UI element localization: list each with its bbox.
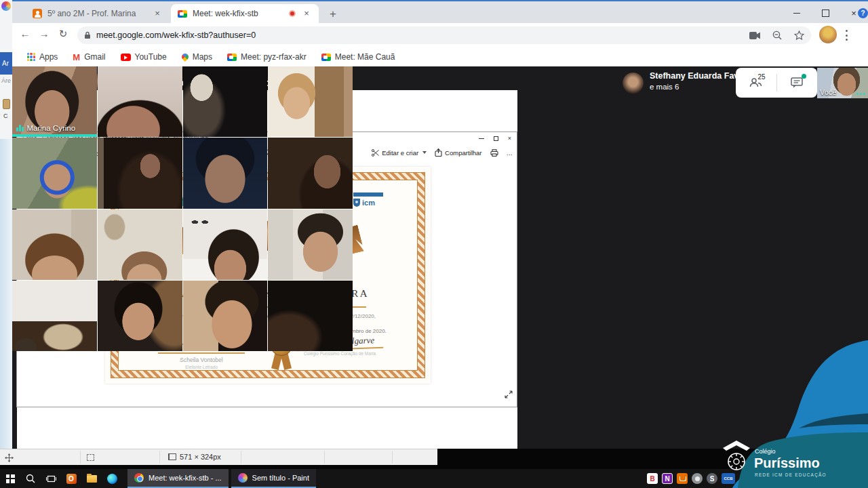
participant-count: 25 <box>757 73 765 81</box>
more-options-icon[interactable]: … <box>507 149 513 157</box>
participant-grid: Marina Cyrino <box>12 66 353 351</box>
zoom-icon[interactable] <box>772 30 782 40</box>
print-icon[interactable] <box>490 149 498 157</box>
participant-video-tile[interactable] <box>268 66 353 137</box>
search-icon <box>26 474 35 483</box>
participant-video-tile[interactable] <box>12 209 97 280</box>
expand-diagonal-icon[interactable] <box>505 390 513 399</box>
bookmark-label: Gmail <box>84 52 105 62</box>
share-label: Compartilhar <box>445 149 481 157</box>
edge-icon[interactable] <box>102 469 122 488</box>
chat-button[interactable] <box>777 68 818 98</box>
tab-label: Meet: wek-kfix-stb <box>193 9 283 18</box>
office-icon[interactable]: O <box>61 469 81 488</box>
windows-taskbar: O Meet: wek-kfix-stb - ... Sem título - … <box>0 469 868 488</box>
windows-logo-icon <box>6 474 15 483</box>
participant-video-tile[interactable] <box>12 281 97 351</box>
tray-icon-b[interactable]: B <box>647 473 658 484</box>
paint-paste-icon[interactable] <box>3 99 10 109</box>
classroom-favicon <box>33 9 42 18</box>
participant-video-tile[interactable] <box>268 209 353 280</box>
tray-icon-ccb[interactable]: CCB <box>722 473 735 484</box>
photos-close-button[interactable]: × <box>508 135 511 142</box>
bookmark-label: YouTube <box>135 52 167 62</box>
camera-icon[interactable] <box>749 32 760 39</box>
participant-video-tile[interactable] <box>98 138 182 208</box>
profile-avatar[interactable] <box>819 26 837 43</box>
bookmark-maps[interactable]: Maps <box>182 52 212 62</box>
bookmark-apps[interactable]: Apps <box>27 52 58 62</box>
taskbar-search-button[interactable] <box>20 469 41 488</box>
speaker-name: Marina Cyrino <box>27 124 76 132</box>
participant-video-tile[interactable]: Marina Cyrino <box>12 66 97 137</box>
participant-video-tile[interactable] <box>98 281 182 351</box>
bookmark-meet-1[interactable]: Meet: pyz-rfax-akr <box>227 52 307 62</box>
share-button[interactable]: Compartilhar <box>435 148 481 157</box>
maximize-button[interactable] <box>811 3 840 23</box>
edit-create-button[interactable]: Editar e criar <box>372 149 427 157</box>
icm-label: icm <box>362 199 375 207</box>
apps-grid-icon <box>27 53 35 61</box>
share-icon <box>435 148 442 157</box>
back-button[interactable]: ← <box>18 28 33 39</box>
status-divider <box>80 451 81 464</box>
paint-app-icon <box>1 1 11 11</box>
tray-icon-gray[interactable] <box>692 473 703 484</box>
start-button[interactable] <box>0 469 20 488</box>
tray-icon-s[interactable]: S <box>707 473 717 484</box>
bookmark-gmail[interactable]: M Gmail <box>73 52 105 62</box>
url-bar[interactable]: meet.google.com/wek-kfix-stb?authuser=0 <box>77 26 811 44</box>
taskbar-paint-task[interactable]: Sem título - Paint <box>231 469 316 488</box>
forward-button[interactable]: → <box>37 28 52 39</box>
tab-meet[interactable]: Meet: wek-kfix-stb × <box>171 4 319 23</box>
self-video-tile[interactable]: Você <box>817 68 868 98</box>
audio-indicator-icon <box>16 125 24 131</box>
task-label: Meet: wek-kfix-stb - ... <box>149 474 222 482</box>
reload-button[interactable]: ↻ <box>56 28 71 40</box>
signature-right-role: Colégio Puríssimo Coração de Maria <box>296 351 383 356</box>
tab-close-icon[interactable]: × <box>152 8 163 19</box>
chat-notification-dot <box>802 74 806 79</box>
meet-stage: GRAVANDO Marina Cyrino está apresentando… <box>12 66 868 449</box>
participant-video-tile[interactable] <box>268 138 353 208</box>
participant-video-tile[interactable] <box>12 138 97 208</box>
chat-icon <box>791 77 803 88</box>
bookmark-label: Apps <box>39 52 58 62</box>
meet-icon <box>321 54 331 61</box>
participant-video-tile[interactable] <box>98 209 182 280</box>
youtube-icon <box>121 54 131 61</box>
file-explorer-icon[interactable] <box>81 469 102 488</box>
status-divider <box>324 451 325 464</box>
omnibox-icons <box>749 30 804 40</box>
paint-status-bar: 571 × 324px <box>0 449 437 465</box>
screen: Ar Áre C 571 × 324px 5º ano 2M - Prof. M… <box>0 0 868 488</box>
participants-button[interactable]: 25 <box>736 68 776 98</box>
participant-video-tile[interactable] <box>183 209 268 280</box>
photos-maximize-button[interactable] <box>494 136 498 141</box>
tab-classroom[interactable]: 5º ano 2M - Prof. Marina × <box>26 4 170 23</box>
bookmark-label: Meet: Mãe Cauã <box>335 52 395 62</box>
participant-video-tile[interactable] <box>183 281 268 351</box>
task-view-button[interactable] <box>41 469 61 488</box>
tray-icon-java[interactable] <box>677 473 688 484</box>
minimize-button[interactable] <box>783 3 811 23</box>
tab-close-icon[interactable]: × <box>301 8 312 19</box>
taskbar-chrome-task[interactable]: Meet: wek-kfix-stb - ... <box>127 469 229 488</box>
paint-canvas-sliver[interactable] <box>0 139 14 449</box>
browser-menu-icon[interactable] <box>845 28 848 42</box>
bookmarks-bar: Apps M Gmail YouTube Maps Meet: pyz-rfax… <box>12 47 868 66</box>
selection-size-icon <box>87 454 94 461</box>
new-tab-button[interactable]: + <box>326 7 340 21</box>
bookmark-meet-2[interactable]: Meet: Mãe Cauã <box>321 52 395 62</box>
tray-icon-onenote[interactable]: N <box>662 473 673 484</box>
bookmark-star-icon[interactable] <box>794 30 804 40</box>
paint-file-menu[interactable]: Ar <box>0 52 14 75</box>
participant-video-tile[interactable] <box>98 66 182 137</box>
photos-minimize-button[interactable] <box>479 138 484 139</box>
participant-video-tile[interactable] <box>268 281 353 351</box>
participant-video-tile[interactable] <box>183 66 268 137</box>
bookmark-youtube[interactable]: YouTube <box>121 52 167 62</box>
participant-preview-avatar <box>623 73 644 94</box>
gmail-icon: M <box>73 52 80 62</box>
participant-video-tile[interactable] <box>183 138 268 208</box>
